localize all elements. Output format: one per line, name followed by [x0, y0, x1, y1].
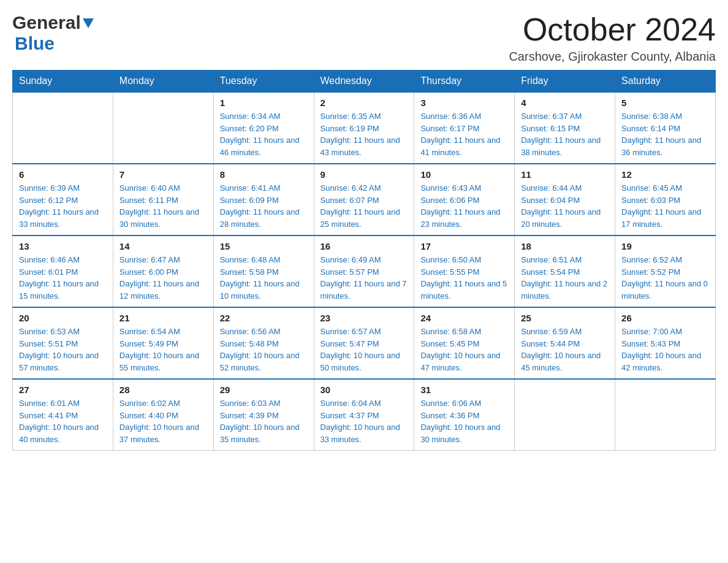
calendar-week-row: 20Sunrise: 6:53 AMSunset: 5:51 PMDayligh… — [13, 307, 716, 379]
day-number: 8 — [220, 169, 308, 180]
day-info: Sunrise: 6:52 AMSunset: 5:52 PMDaylight:… — [621, 254, 709, 302]
day-number: 29 — [220, 385, 308, 395]
day-number: 3 — [420, 98, 508, 108]
title-section: October 2024 Carshove, Gjirokaster Count… — [509, 12, 716, 64]
calendar-day-cell: 12Sunrise: 6:45 AMSunset: 6:03 PMDayligh… — [615, 164, 716, 236]
calendar-week-row: 6Sunrise: 6:39 AMSunset: 6:12 PMDaylight… — [13, 164, 716, 236]
logo-blue: Blue — [15, 33, 55, 53]
calendar-day-cell: 9Sunrise: 6:42 AMSunset: 6:07 PMDaylight… — [314, 164, 414, 236]
day-info: Sunrise: 6:44 AMSunset: 6:04 PMDaylight:… — [521, 182, 609, 230]
day-number: 19 — [621, 241, 709, 251]
calendar-day-cell: 31Sunrise: 6:06 AMSunset: 4:36 PMDayligh… — [414, 379, 515, 451]
calendar-week-row: 1Sunrise: 6:34 AMSunset: 6:20 PMDaylight… — [13, 92, 716, 164]
day-info: Sunrise: 6:38 AMSunset: 6:14 PMDaylight:… — [621, 110, 709, 158]
day-info: Sunrise: 6:48 AMSunset: 5:58 PMDaylight:… — [220, 254, 308, 302]
day-number: 21 — [119, 313, 207, 323]
calendar-day-cell: 27Sunrise: 6:01 AMSunset: 4:41 PMDayligh… — [13, 379, 113, 451]
day-info: Sunrise: 6:47 AMSunset: 6:00 PMDaylight:… — [119, 254, 207, 302]
day-info: Sunrise: 7:00 AMSunset: 5:43 PMDaylight:… — [621, 326, 709, 373]
day-info: Sunrise: 6:39 AMSunset: 6:12 PMDaylight:… — [19, 182, 107, 230]
day-info: Sunrise: 6:42 AMSunset: 6:07 PMDaylight:… — [320, 182, 408, 230]
day-info: Sunrise: 6:59 AMSunset: 5:44 PMDaylight:… — [521, 326, 609, 373]
calendar-day-cell: 5Sunrise: 6:38 AMSunset: 6:14 PMDaylight… — [615, 92, 716, 164]
day-info: Sunrise: 6:58 AMSunset: 5:45 PMDaylight:… — [420, 326, 508, 373]
day-info: Sunrise: 6:04 AMSunset: 4:37 PMDaylight:… — [320, 397, 408, 445]
calendar-day-cell: 22Sunrise: 6:56 AMSunset: 5:48 PMDayligh… — [213, 307, 314, 379]
calendar-day-header: Wednesday — [314, 71, 414, 93]
day-info: Sunrise: 6:01 AMSunset: 4:41 PMDaylight:… — [19, 397, 107, 445]
day-number: 13 — [19, 241, 107, 251]
day-info: Sunrise: 6:49 AMSunset: 5:57 PMDaylight:… — [320, 254, 408, 302]
day-info: Sunrise: 6:41 AMSunset: 6:09 PMDaylight:… — [220, 182, 308, 230]
day-number: 15 — [220, 241, 308, 251]
day-number: 12 — [621, 169, 709, 180]
calendar-day-cell: 20Sunrise: 6:53 AMSunset: 5:51 PMDayligh… — [13, 307, 113, 379]
day-number: 28 — [119, 385, 207, 395]
calendar-day-cell: 23Sunrise: 6:57 AMSunset: 5:47 PMDayligh… — [314, 307, 414, 379]
day-info: Sunrise: 6:50 AMSunset: 5:55 PMDaylight:… — [420, 254, 508, 302]
day-number: 17 — [420, 241, 508, 251]
calendar-day-cell: 26Sunrise: 7:00 AMSunset: 5:43 PMDayligh… — [615, 307, 716, 379]
calendar-day-cell: 28Sunrise: 6:02 AMSunset: 4:40 PMDayligh… — [113, 379, 213, 451]
calendar-day-cell: 10Sunrise: 6:43 AMSunset: 6:06 PMDayligh… — [414, 164, 515, 236]
calendar-day-cell: 29Sunrise: 6:03 AMSunset: 4:39 PMDayligh… — [213, 379, 314, 451]
day-number: 7 — [119, 169, 207, 180]
calendar-table: SundayMondayTuesdayWednesdayThursdayFrid… — [12, 70, 716, 451]
calendar-day-cell: 18Sunrise: 6:51 AMSunset: 5:54 PMDayligh… — [515, 236, 615, 307]
calendar-day-cell: 2Sunrise: 6:35 AMSunset: 6:19 PMDaylight… — [314, 92, 414, 164]
day-number: 11 — [521, 169, 609, 180]
calendar-day-cell — [615, 379, 716, 451]
month-title: October 2024 — [509, 12, 716, 47]
calendar-day-header: Sunday — [13, 71, 113, 93]
day-number: 24 — [420, 313, 508, 323]
day-number: 5 — [621, 98, 709, 108]
calendar-week-row: 13Sunrise: 6:46 AMSunset: 6:01 PMDayligh… — [13, 236, 716, 307]
day-info: Sunrise: 6:43 AMSunset: 6:06 PMDaylight:… — [420, 182, 508, 230]
logo: General Blue — [12, 12, 94, 54]
calendar-day-cell: 7Sunrise: 6:40 AMSunset: 6:11 PMDaylight… — [113, 164, 213, 236]
calendar-day-cell: 3Sunrise: 6:36 AMSunset: 6:17 PMDaylight… — [414, 92, 515, 164]
calendar-day-header: Saturday — [615, 71, 716, 93]
day-info: Sunrise: 6:36 AMSunset: 6:17 PMDaylight:… — [420, 110, 508, 158]
calendar-day-cell: 8Sunrise: 6:41 AMSunset: 6:09 PMDaylight… — [213, 164, 314, 236]
day-number: 25 — [521, 313, 609, 323]
day-number: 30 — [320, 385, 408, 395]
calendar-day-cell: 25Sunrise: 6:59 AMSunset: 5:44 PMDayligh… — [515, 307, 615, 379]
day-info: Sunrise: 6:45 AMSunset: 6:03 PMDaylight:… — [621, 182, 709, 230]
day-number: 6 — [19, 169, 107, 180]
calendar-day-cell: 13Sunrise: 6:46 AMSunset: 6:01 PMDayligh… — [13, 236, 113, 307]
day-number: 18 — [521, 241, 609, 251]
day-info: Sunrise: 6:54 AMSunset: 5:49 PMDaylight:… — [119, 326, 207, 373]
calendar-day-cell: 16Sunrise: 6:49 AMSunset: 5:57 PMDayligh… — [314, 236, 414, 307]
calendar-header-row: SundayMondayTuesdayWednesdayThursdayFrid… — [13, 71, 716, 93]
logo-triangle-icon — [83, 18, 94, 28]
calendar-day-cell: 11Sunrise: 6:44 AMSunset: 6:04 PMDayligh… — [515, 164, 615, 236]
day-info: Sunrise: 6:53 AMSunset: 5:51 PMDaylight:… — [19, 326, 107, 373]
day-info: Sunrise: 6:37 AMSunset: 6:15 PMDaylight:… — [521, 110, 609, 158]
day-info: Sunrise: 6:02 AMSunset: 4:40 PMDaylight:… — [119, 397, 207, 445]
calendar-day-header: Friday — [515, 71, 615, 93]
day-number: 23 — [320, 313, 408, 323]
day-info: Sunrise: 6:51 AMSunset: 5:54 PMDaylight:… — [521, 254, 609, 302]
calendar-day-cell — [13, 92, 113, 164]
day-info: Sunrise: 6:56 AMSunset: 5:48 PMDaylight:… — [220, 326, 308, 373]
day-number: 9 — [320, 169, 408, 180]
calendar-day-header: Tuesday — [213, 71, 314, 93]
calendar-day-header: Monday — [113, 71, 213, 93]
calendar-week-row: 27Sunrise: 6:01 AMSunset: 4:41 PMDayligh… — [13, 379, 716, 451]
day-number: 20 — [19, 313, 107, 323]
calendar-day-cell: 19Sunrise: 6:52 AMSunset: 5:52 PMDayligh… — [615, 236, 716, 307]
day-info: Sunrise: 6:46 AMSunset: 6:01 PMDaylight:… — [19, 254, 107, 302]
day-number: 10 — [420, 169, 508, 180]
calendar-day-header: Thursday — [414, 71, 515, 93]
day-number: 4 — [521, 98, 609, 108]
day-number: 1 — [220, 98, 308, 108]
day-number: 31 — [420, 385, 508, 395]
calendar-day-cell: 21Sunrise: 6:54 AMSunset: 5:49 PMDayligh… — [113, 307, 213, 379]
logo-general: General — [12, 12, 81, 33]
location: Carshove, Gjirokaster County, Albania — [509, 50, 716, 64]
page-header: General Blue October 2024 Carshove, Gjir… — [12, 12, 716, 64]
day-number: 16 — [320, 241, 408, 251]
calendar-day-cell: 15Sunrise: 6:48 AMSunset: 5:58 PMDayligh… — [213, 236, 314, 307]
day-info: Sunrise: 6:57 AMSunset: 5:47 PMDaylight:… — [320, 326, 408, 373]
